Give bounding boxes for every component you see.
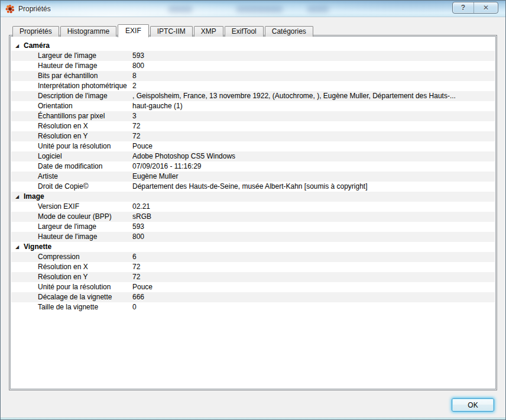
window-bottom-edge — [1, 418, 505, 419]
tab-label: Histogramme — [67, 27, 109, 35]
tab-label: IPTC-IIM — [157, 27, 186, 35]
property-label: Taille de la vignette — [38, 302, 98, 312]
close-button[interactable]: ✕ — [473, 2, 498, 13]
property-label: Interprétation photométrique — [38, 81, 127, 91]
tab-label: XMP — [201, 27, 216, 35]
property-value: 2 — [132, 81, 492, 91]
property-label: Bits par échantillon — [38, 71, 98, 81]
app-icon — [5, 4, 15, 14]
tab-exiftool[interactable]: ExifTool — [225, 26, 264, 37]
property-value: 0 — [132, 302, 492, 312]
section-header-row[interactable]: ◢ Vignette — [11, 242, 495, 252]
property-row[interactable]: Unité pour la résolution Pouce — [11, 282, 495, 292]
property-label: Résolution en Y — [38, 272, 88, 282]
property-row[interactable]: Résolution en Y 72 — [11, 131, 495, 141]
property-label: Résolution en Y — [38, 131, 88, 141]
window-title: Propriétés — [18, 5, 51, 13]
property-label: Logiciel — [38, 151, 62, 161]
property-row[interactable]: Largeur de l'image 593 — [11, 51, 495, 61]
property-row[interactable]: Échantillons par pixel 3 — [11, 111, 495, 121]
property-row[interactable]: Bits par échantillon 8 — [11, 71, 495, 81]
property-row[interactable]: Taille de la vignette 0 — [11, 302, 495, 312]
property-label: Échantillons par pixel — [38, 111, 105, 121]
expander-icon[interactable]: ◢ — [15, 242, 22, 252]
property-row[interactable]: Description de l'image , Geispolsheim, F… — [11, 91, 495, 101]
property-value: 800 — [132, 232, 492, 242]
titlebar-ghost — [168, 6, 193, 12]
property-label: Hauteur de l'image — [38, 61, 97, 71]
property-row[interactable]: Hauteur de l'image 800 — [11, 61, 495, 71]
property-label: Largeur de l'image — [38, 51, 96, 61]
property-value: Pouce — [132, 141, 492, 151]
property-value: Pouce — [132, 282, 492, 292]
property-label: Version EXIF — [38, 202, 79, 212]
property-label: Largeur de l'image — [38, 222, 96, 232]
tab-label: Catégories — [272, 27, 306, 35]
property-row[interactable]: Orientation haut-gauche (1) — [11, 101, 495, 111]
ok-button[interactable]: OK — [452, 398, 494, 412]
tab-label: ExifTool — [232, 27, 257, 35]
expander-icon[interactable]: ◢ — [15, 192, 22, 202]
expander-icon[interactable]: ◢ — [15, 41, 22, 51]
property-row[interactable]: Unité pour la résolution Pouce — [11, 141, 495, 151]
section-name: Image — [24, 192, 44, 202]
tab-page-frame: ◢ Caméra Largeur de l'image 593 Hauteur … — [9, 35, 497, 390]
property-label: Résolution en X — [38, 121, 88, 131]
property-row[interactable]: Résolution en X 72 — [11, 121, 495, 131]
property-label: Mode de couleur (BPP) — [38, 212, 112, 222]
tab-xmp[interactable]: XMP — [194, 26, 223, 37]
tab-propri-t-s[interactable]: Propriétés — [12, 26, 59, 37]
section-header-row[interactable]: ◢ Caméra — [11, 41, 495, 51]
property-value: 72 — [132, 272, 492, 282]
property-row[interactable]: Artiste Eugène Muller — [11, 172, 495, 182]
property-value: 593 — [132, 51, 492, 61]
property-value: 800 — [132, 61, 492, 71]
property-label: Unité pour la résolution — [38, 282, 111, 292]
property-label: Date de modification — [38, 161, 102, 172]
property-row[interactable]: Date de modification 07/09/2016 - 11:16:… — [11, 161, 495, 172]
property-row[interactable]: Mode de couleur (BPP) sRGB — [11, 212, 495, 222]
tab-histogramme[interactable]: Histogramme — [60, 26, 116, 37]
property-value: 02.21 — [132, 202, 492, 212]
property-value: 72 — [132, 262, 492, 272]
property-row[interactable]: Compression 6 — [11, 252, 495, 262]
property-value: Eugène Muller — [132, 172, 492, 182]
property-value: 593 — [132, 222, 492, 232]
property-label: Compression — [38, 252, 80, 262]
property-value: haut-gauche (1) — [132, 101, 492, 111]
property-row[interactable]: Résolution en X 72 — [11, 262, 495, 272]
property-row[interactable]: Décalage de la vignette 666 — [11, 292, 495, 302]
section-header-row[interactable]: ◢ Image — [11, 192, 495, 202]
property-value: 07/09/2016 - 11:16:29 — [132, 161, 492, 172]
section-name: Caméra — [24, 41, 50, 51]
property-label: Droit de Copie© — [38, 182, 89, 192]
property-value: 72 — [132, 121, 492, 131]
caption-buttons: ? ✕ — [452, 2, 498, 14]
tab-bar: PropriétésHistogrammeEXIFIPTC-IIMXMPExif… — [12, 24, 314, 37]
property-label: Décalage de la vignette — [38, 292, 112, 302]
property-value: 72 — [132, 131, 492, 141]
property-row[interactable]: Interprétation photométrique 2 — [11, 81, 495, 91]
property-row[interactable]: Hauteur de l'image 800 — [11, 232, 495, 242]
property-value: Département des Hauts-de-Seine, musée Al… — [132, 182, 492, 192]
property-row[interactable]: Droit de Copie© Département des Hauts-de… — [11, 182, 495, 192]
property-value: 3 — [132, 111, 492, 121]
help-button[interactable]: ? — [453, 2, 473, 13]
tab-exif[interactable]: EXIF — [118, 24, 149, 37]
title-bar[interactable]: Propriétés ? ✕ — [1, 1, 505, 17]
property-value: Adobe Photoshop CS5 Windows — [132, 151, 492, 161]
property-row[interactable]: Largeur de l'image 593 — [11, 222, 495, 232]
section-name: Vignette — [24, 242, 51, 252]
property-row[interactable]: Logiciel Adobe Photoshop CS5 Windows — [11, 151, 495, 161]
titlebar-ghost — [307, 6, 329, 12]
property-label: Artiste — [38, 172, 58, 182]
property-label: Hauteur de l'image — [38, 232, 97, 242]
property-row[interactable]: Version EXIF 02.21 — [11, 202, 495, 212]
property-label: Unité pour la résolution — [38, 141, 111, 151]
tab-label: Propriétés — [20, 27, 52, 35]
tab-iptc-iim[interactable]: IPTC-IIM — [150, 26, 193, 37]
property-row[interactable]: Résolution en Y 72 — [11, 272, 495, 282]
property-value: , Geispolsheim, France, 13 novembre 1922… — [132, 91, 492, 101]
tab-cat-gories[interactable]: Catégories — [265, 26, 313, 37]
exif-property-list: ◢ Caméra Largeur de l'image 593 Hauteur … — [11, 37, 495, 388]
